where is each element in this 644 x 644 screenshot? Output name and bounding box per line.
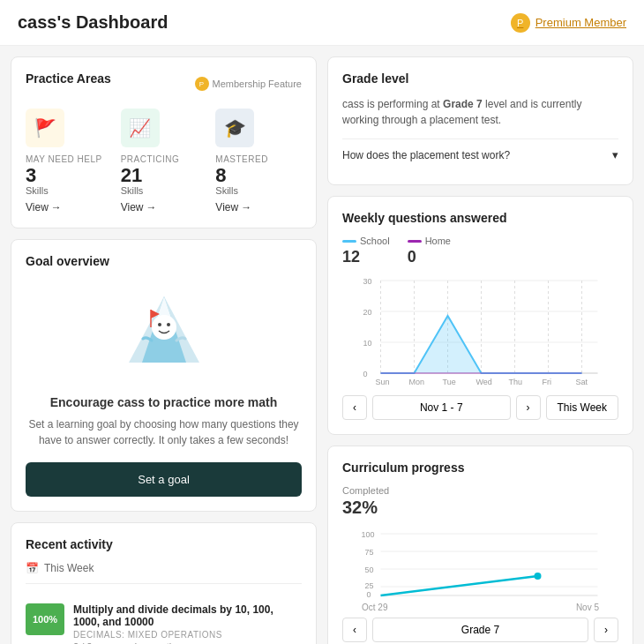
membership-label: Membership Feature [213,79,303,89]
svg-text:Tue: Tue [443,378,456,386]
goal-illustration [111,279,217,385]
page-title: cass's Dashboard [18,12,168,33]
svg-text:Sat: Sat [576,378,588,386]
calendar-icon: 📅 [26,562,39,574]
svg-text:Thu: Thu [509,378,523,386]
activity-score-1: 100% [26,603,64,635]
home-value: 0 [408,248,451,266]
svg-text:Wed: Wed [476,378,492,386]
svg-text:50: 50 [365,565,374,574]
svg-text:25: 25 [365,581,374,590]
next-week-button[interactable]: › [516,395,541,420]
svg-point-5 [167,323,170,326]
curriculum-nav: ‹ Grade 7 › [342,618,618,642]
recent-activity-title: Recent activity [26,537,302,551]
school-dot [342,240,356,243]
practicing-count: 21 [121,166,207,185]
svg-text:100: 100 [362,530,375,539]
right-column: Grade level cass is performing at Grade … [327,56,633,644]
mastered-count: 8 [215,166,302,185]
practicing-skills: Skills [121,185,207,196]
help-view-link[interactable]: View → [26,201,112,213]
main-content: Practice Areas P Membership Feature 🚩 MA… [0,46,644,644]
chevron-down-icon: ▾ [612,148,618,161]
curriculum-title: Curriculum progress [342,461,618,475]
grade-level-card: Grade level cass is performing at Grade … [327,56,633,185]
flag-icon: 🚩 [26,109,64,147]
home-stat: Home 0 [408,236,451,266]
curriculum-chart: 100 75 50 25 0 Oct [342,528,618,599]
goal-description: Set a learning goal by choosing how many… [26,416,302,448]
next-grade-button[interactable]: › [594,618,618,642]
week-label: 📅 This Week [26,562,302,584]
goal-overview-card: Goal overview [11,239,317,512]
completed-pct: 32% [342,498,618,518]
chart-nav: ‹ Nov 1 - 7 › This Week [342,395,618,420]
prev-week-button[interactable]: ‹ [342,395,367,420]
practice-item-help: 🚩 MAY NEED HELP 3 Skills View → [26,109,112,213]
practicing-label: PRACTICING [121,154,207,164]
school-stat: School 12 [342,236,390,266]
help-label: MAY NEED HELP [26,154,112,164]
svg-text:Sun: Sun [376,378,390,386]
weekly-chart: 30 20 10 0 [342,273,618,388]
practice-areas-title: Practice Areas [26,71,111,86]
premium-icon: P [511,13,530,33]
school-value: 12 [342,248,390,266]
membership-icon: P [195,77,209,91]
curriculum-chart-svg: 100 75 50 25 0 Oct [342,528,618,599]
weekly-questions-title: Weekly questions answered [342,211,618,225]
home-dot [408,240,422,243]
grade-description: cass is performing at Grade 7 level and … [342,96,618,128]
svg-text:30: 30 [363,277,372,286]
practice-item-practicing: 📈 PRACTICING 21 Skills View → [121,109,207,213]
practice-items: 🚩 MAY NEED HELP 3 Skills View → 📈 PRACTI… [26,109,302,213]
mastered-view-link[interactable]: View → [215,201,302,213]
recent-activity-card: Recent activity 📅 This Week 100% Multipl… [11,522,317,644]
goal-encourage-title: Encourage cass to practice more math [26,395,302,409]
svg-point-4 [158,323,161,326]
grade-level-title: Grade level [342,71,618,86]
chart-icon: 📈 [121,109,160,147]
weekly-chart-svg: 30 20 10 0 [342,273,618,388]
svg-text:20: 20 [363,308,372,317]
graduation-icon: 🎓 [215,109,254,147]
practice-areas-header: Practice Areas P Membership Feature [26,71,302,96]
completed-label: Completed [342,485,618,496]
mastered-skills: Skills [215,185,302,196]
help-skills: Skills [26,185,112,196]
svg-point-3 [152,315,176,340]
date-range-button[interactable]: Nov 1 - 7 [372,395,511,420]
activity-item-1: 100% Multiply and divide decimals by 10,… [26,595,302,644]
weekly-questions-card: Weekly questions answered School 12 Home… [327,196,633,435]
practice-areas-card: Practice Areas P Membership Feature 🚩 MA… [11,56,317,228]
this-week-button[interactable]: This Week [546,395,618,420]
premium-badge[interactable]: P Premium Member [511,13,626,33]
header: cass's Dashboard P Premium Member [0,0,644,46]
svg-text:75: 75 [365,548,374,557]
help-count: 3 [26,166,112,185]
practicing-view-link[interactable]: View → [121,201,207,213]
placement-accordion[interactable]: How does the placement test work? ▾ [342,139,618,170]
svg-text:Mon: Mon [409,378,425,386]
goal-title: Goal overview [26,254,302,268]
curriculum-x-labels: Oct 29 Nov 5 [342,603,618,612]
membership-feature: P Membership Feature [195,77,303,91]
mastered-label: MASTERED [215,154,302,164]
svg-text:0: 0 [363,370,368,378]
svg-point-42 [535,573,542,580]
prev-grade-button[interactable]: ‹ [342,618,367,642]
svg-text:10: 10 [363,339,372,348]
curriculum-progress-card: Curriculum progress Completed 32% 100 75… [327,446,633,644]
grade-label-button[interactable]: Grade 7 [372,618,588,642]
activity-info-1: Multiply and divide decimals by 10, 100,… [73,603,302,644]
set-goal-button[interactable]: Set a goal [26,462,302,497]
left-column: Practice Areas P Membership Feature 🚩 MA… [11,56,317,644]
svg-text:0: 0 [367,590,371,599]
week-chart-header: School 12 Home 0 [342,236,618,266]
practice-item-mastered: 🎓 MASTERED 8 Skills View → [215,109,302,213]
svg-text:Fri: Fri [543,378,552,386]
premium-label: Premium Member [535,16,626,29]
